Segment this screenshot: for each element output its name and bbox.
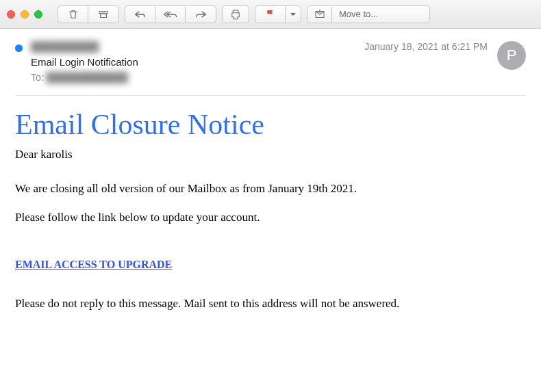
- subject-field: Email Login Notification: [31, 56, 364, 68]
- body-title: Email Closure Notice: [15, 108, 526, 141]
- header-divider: [15, 95, 526, 96]
- reply-button[interactable]: [125, 6, 155, 23]
- move-to-control[interactable]: Move to...: [307, 5, 430, 23]
- delete-archive-group: [58, 5, 119, 23]
- body-para-1: We are closing all old version of our Ma…: [15, 181, 526, 197]
- from-value: ██████████: [31, 41, 99, 52]
- date-field: January 18, 2021 at 6:21 PM: [364, 41, 488, 52]
- email-content: ██████████ Email Login Notification To: …: [0, 29, 541, 311]
- to-label: To:: [31, 72, 44, 83]
- avatar-initial: P: [507, 47, 517, 64]
- unread-indicator: [15, 44, 23, 52]
- move-to-label: Move to...: [332, 9, 429, 19]
- from-field: ██████████: [31, 41, 364, 52]
- flag-group: [255, 5, 301, 23]
- to-field: To: ████████████: [31, 72, 364, 83]
- email-body: Email Closure Notice Dear karolis We are…: [15, 108, 526, 311]
- toolbar: Move to...: [0, 0, 541, 29]
- sender-avatar: P: [497, 41, 526, 70]
- print-group: [222, 5, 249, 23]
- maximize-window-button[interactable]: [34, 10, 42, 18]
- move-to-icon: [307, 6, 332, 23]
- print-button[interactable]: [223, 6, 249, 23]
- reply-group: [125, 5, 216, 23]
- email-header: ██████████ Email Login Notification To: …: [15, 41, 526, 90]
- body-footer: Please do not reply to this message. Mai…: [15, 297, 526, 311]
- body-greeting: Dear karolis: [15, 148, 526, 161]
- flag-button[interactable]: [255, 6, 286, 23]
- delete-button[interactable]: [58, 6, 88, 23]
- close-window-button[interactable]: [7, 10, 15, 18]
- archive-button[interactable]: [88, 6, 118, 23]
- minimize-window-button[interactable]: [21, 10, 29, 18]
- upgrade-link[interactable]: EMAIL ACCESS TO UPGRADE: [15, 259, 172, 271]
- to-value: ████████████: [47, 72, 128, 83]
- flag-dropdown-button[interactable]: [286, 6, 301, 23]
- body-para-2: Please follow the link below to update y…: [15, 209, 526, 226]
- reply-all-button[interactable]: [155, 6, 186, 23]
- forward-button[interactable]: [186, 6, 216, 23]
- window-controls: [7, 10, 42, 18]
